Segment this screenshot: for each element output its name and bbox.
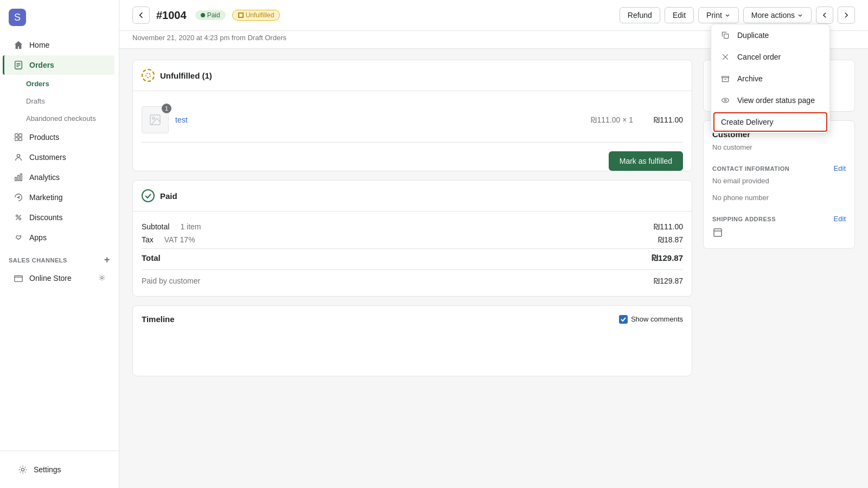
duplicate-icon [720, 30, 731, 41]
payment-tax-row: Tax VAT 17% ₪18.87 [142, 233, 683, 246]
drafts-label: Drafts [26, 97, 45, 105]
tax-label: Tax [142, 235, 154, 244]
order-item: 1 test ₪111.00 × 1 ₪111.00 [142, 100, 683, 140]
prev-order-button[interactable] [816, 7, 833, 24]
dropdown-cancel[interactable]: Cancel order [711, 46, 829, 68]
show-comments-toggle[interactable]: Show comments [619, 315, 683, 324]
sidebar-item-discounts[interactable]: Discounts [4, 208, 114, 227]
edit-button[interactable]: Edit [665, 7, 694, 23]
tax-desc: VAT 17% [154, 235, 658, 244]
payment-title: Paid [160, 191, 177, 201]
orders-icon [13, 60, 24, 70]
unfulfilled-title: Unfulfilled (1) [160, 71, 212, 80]
total-label: Total [142, 253, 161, 263]
mark-fulfilled-button[interactable]: Mark as fulfilled [609, 151, 683, 171]
refund-button[interactable]: Refund [620, 7, 660, 23]
customers-label: Customers [29, 153, 66, 162]
sidebar-item-drafts[interactable]: Drafts [4, 93, 114, 110]
analytics-icon [13, 172, 24, 183]
next-order-button[interactable] [838, 7, 855, 24]
dropdown-duplicate[interactable]: Duplicate [711, 24, 829, 46]
show-comments-checkbox[interactable] [619, 315, 628, 324]
back-button[interactable] [132, 7, 150, 24]
no-email: No email provided [704, 175, 854, 191]
payment-card-header: Paid [133, 181, 692, 211]
add-sales-channel-icon[interactable]: + [104, 254, 110, 266]
sidebar-logo: S [0, 0, 119, 35]
sidebar-item-abandoned[interactable]: Abandoned checkouts [4, 110, 114, 127]
no-customer: No customer [704, 141, 854, 158]
sidebar-item-apps[interactable]: Apps [4, 228, 114, 247]
svg-rect-15 [15, 276, 22, 282]
eye-icon [720, 95, 731, 106]
sidebar-item-marketing[interactable]: Marketing [4, 188, 114, 207]
unfulfilled-badge: Unfulfilled [232, 10, 280, 21]
abandoned-label: Abandoned checkouts [26, 114, 96, 123]
sidebar-item-home[interactable]: Home [4, 35, 114, 55]
main-column: Unfulfilled (1) 1 test ₪111.00 × 1 ₪111.… [132, 60, 692, 477]
online-store-settings-icon[interactable] [98, 274, 106, 283]
svg-rect-5 [19, 134, 22, 137]
sidebar-item-settings[interactable]: Settings [9, 460, 110, 479]
sales-channels-label: SALES CHANNELS + [0, 248, 119, 268]
orders-label: Orders [29, 61, 54, 69]
item-name[interactable]: test [175, 115, 584, 124]
sidebar-item-orders-sub[interactable]: Orders [4, 75, 114, 92]
analytics-label: Analytics [29, 173, 60, 182]
svg-rect-10 [18, 175, 20, 181]
paid-by-amount: ₪129.87 [654, 277, 683, 285]
payment-card-body: Subtotal 1 item ₪111.00 Tax VAT 17% ₪18.… [133, 211, 692, 296]
logo-icon: S [9, 9, 26, 26]
customers-icon [13, 152, 24, 163]
home-label: Home [29, 41, 49, 49]
topbar: #1004 Paid Unfulfilled Refund Edit Print… [119, 0, 868, 31]
no-phone: No phone number [704, 191, 854, 208]
svg-rect-4 [15, 134, 18, 137]
sidebar-item-products[interactable]: Products [4, 127, 114, 147]
sidebar-item-analytics[interactable]: Analytics [4, 168, 114, 187]
sidebar-item-online-store[interactable]: Online Store [4, 268, 114, 288]
apps-icon [13, 232, 24, 243]
create-delivery-label: Create Delivery [721, 118, 773, 126]
svg-point-23 [722, 98, 729, 102]
cancel-label: Cancel order [737, 53, 781, 61]
contact-edit-link[interactable]: Edit [834, 164, 846, 172]
tax-amount: ₪18.87 [658, 235, 683, 244]
paid-dot [201, 13, 205, 17]
unfulfilled-card-body: 1 test ₪111.00 × 1 ₪111.00 Mark as fulfi… [133, 91, 692, 156]
payment-subtotal-row: Subtotal 1 item ₪111.00 [142, 220, 683, 233]
svg-rect-11 [21, 174, 22, 181]
marketing-icon [13, 192, 24, 203]
online-store-label: Online Store [29, 274, 72, 282]
subtotal-label: Subtotal [142, 222, 169, 231]
customer-card: Customer No customer CONTACT INFORMATION… [703, 120, 855, 249]
timeline-body [133, 332, 692, 376]
sidebar-item-orders[interactable]: Orders [3, 55, 114, 75]
order-number: #1004 [156, 9, 187, 22]
svg-point-16 [101, 276, 103, 278]
view-status-label: View order status page [737, 96, 815, 105]
discounts-label: Discounts [29, 213, 62, 222]
sidebar: S Home Orders Orders Drafts Abandoned ch… [0, 0, 119, 488]
print-button[interactable]: Print [698, 7, 739, 23]
shipping-edit-link[interactable]: Edit [834, 215, 846, 223]
topbar-actions: Refund Edit Print More actions [620, 7, 855, 24]
sidebar-item-customers[interactable]: Customers [4, 147, 114, 167]
svg-rect-6 [15, 138, 18, 140]
dropdown-view-status[interactable]: View order status page [711, 89, 829, 111]
dropdown-archive[interactable]: Archive [711, 68, 829, 89]
svg-point-13 [19, 218, 21, 220]
item-image: 1 [142, 106, 169, 133]
payment-card: Paid Subtotal 1 item ₪111.00 Tax VAT 17%… [132, 180, 692, 297]
svg-rect-18 [724, 34, 729, 38]
settings-section: Settings [0, 451, 119, 488]
apps-label: Apps [29, 233, 47, 242]
unfulfilled-card-header: Unfulfilled (1) [133, 60, 692, 91]
orders-sub-label: Orders [26, 80, 49, 88]
shipping-address-label: SHIPPING ADDRESS Edit [704, 208, 854, 225]
more-actions-button[interactable]: More actions [743, 7, 812, 23]
products-icon [13, 132, 24, 143]
paid-badge: Paid [195, 10, 226, 20]
svg-point-24 [724, 99, 726, 101]
dropdown-create-delivery[interactable]: Create Delivery [713, 112, 827, 132]
